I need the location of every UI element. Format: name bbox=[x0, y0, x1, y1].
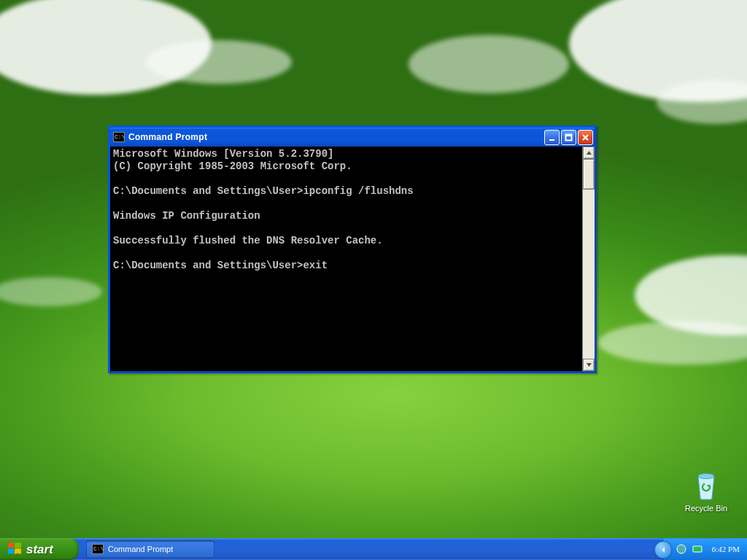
tray-icon[interactable] bbox=[676, 543, 687, 555]
cmd-icon: C:\ bbox=[113, 132, 125, 142]
vertical-scrollbar[interactable] bbox=[582, 147, 595, 371]
terminal-output[interactable]: Microsoft Windows [Version 5.2.3790] (C)… bbox=[110, 147, 582, 371]
svg-rect-7 bbox=[693, 546, 702, 552]
cloud-decoration bbox=[146, 40, 292, 84]
desktop[interactable]: Recycle Bin C:\ Command Prompt Microsoft… bbox=[0, 0, 747, 560]
cloud-decoration bbox=[409, 35, 569, 93]
command-prompt-window[interactable]: C:\ Command Prompt Microsoft Windows [Ve… bbox=[108, 125, 597, 373]
scroll-up-button[interactable] bbox=[583, 147, 595, 159]
start-label: start bbox=[26, 543, 53, 556]
minimize-button[interactable] bbox=[544, 130, 560, 145]
cloud-decoration bbox=[0, 277, 102, 306]
svg-point-0 bbox=[698, 474, 714, 479]
titlebar[interactable]: C:\ Command Prompt bbox=[110, 128, 595, 147]
taskbar-clock[interactable]: 6:42 PM bbox=[708, 545, 740, 553]
windows-logo-icon bbox=[7, 542, 22, 556]
maximize-button[interactable] bbox=[561, 130, 576, 145]
scrollbar-track[interactable] bbox=[583, 159, 595, 359]
window-title: Command Prompt bbox=[128, 132, 543, 142]
taskbar[interactable]: start C:\ Command Prompt 6:42 PM bbox=[0, 538, 747, 560]
scroll-down-button[interactable] bbox=[583, 359, 595, 371]
taskbar-button-label: Command Prompt bbox=[108, 545, 173, 553]
start-button[interactable]: start bbox=[0, 538, 79, 560]
svg-point-6 bbox=[677, 545, 686, 553]
cloud-decoration bbox=[598, 321, 747, 365]
tray-collapse-button[interactable] bbox=[654, 541, 672, 559]
tray-icon[interactable] bbox=[692, 543, 703, 555]
desktop-icon-recycle-bin[interactable]: Recycle Bin bbox=[680, 469, 732, 513]
scrollbar-thumb[interactable] bbox=[583, 159, 595, 190]
system-tray[interactable]: 6:42 PM bbox=[662, 538, 747, 560]
recycle-bin-icon bbox=[693, 469, 719, 501]
close-button[interactable] bbox=[578, 130, 593, 145]
cmd-icon: C:\ bbox=[92, 544, 104, 554]
desktop-icon-label: Recycle Bin bbox=[680, 504, 732, 513]
taskbar-button-command-prompt[interactable]: C:\ Command Prompt bbox=[86, 540, 214, 558]
